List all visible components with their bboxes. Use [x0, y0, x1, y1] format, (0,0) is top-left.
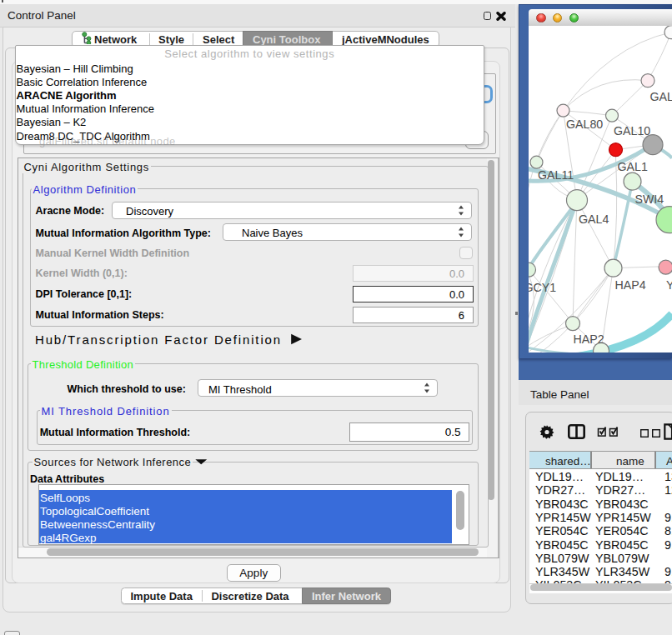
svg-text:GAL2: GAL2	[650, 90, 672, 103]
svg-text:YB: YB	[666, 278, 672, 292]
svg-text:SWI4: SWI4	[635, 192, 664, 206]
svg-text:HAP4: HAP4	[615, 278, 646, 292]
svg-text:GAL10: GAL10	[614, 124, 650, 138]
svg-text:GAL4: GAL4	[579, 212, 609, 226]
svg-text:GAL80: GAL80	[566, 118, 603, 131]
svg-text:GCY1: GCY1	[529, 281, 556, 294]
svg-text:HAP2: HAP2	[574, 332, 604, 346]
svg-text:GAL11: GAL11	[538, 168, 574, 182]
svg-text:GAL1: GAL1	[618, 160, 648, 173]
